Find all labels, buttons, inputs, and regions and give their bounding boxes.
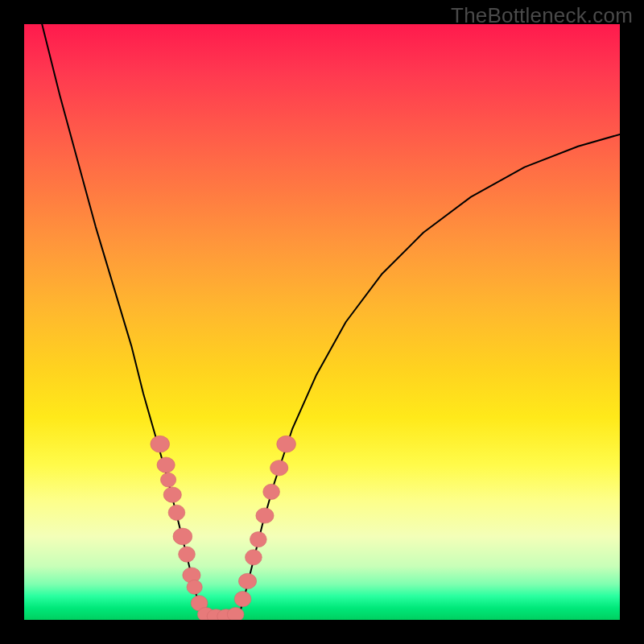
plot-area <box>24 24 620 620</box>
bead-marker <box>157 457 175 473</box>
line-layer <box>42 24 620 619</box>
chart-frame: TheBottleneck.com <box>0 0 644 644</box>
chart-svg <box>24 24 620 620</box>
bead-layer <box>151 436 296 620</box>
bead-marker <box>173 528 192 545</box>
bead-marker <box>270 460 288 476</box>
bead-marker <box>179 547 196 562</box>
bead-marker <box>238 573 256 588</box>
watermark-text: TheBottleneck.com <box>451 3 633 28</box>
bead-marker <box>234 591 251 606</box>
series-left-arm <box>42 24 203 617</box>
bead-marker <box>151 436 170 452</box>
bead-marker <box>250 531 266 547</box>
bead-marker <box>168 505 185 520</box>
bead-marker <box>263 484 280 499</box>
series-right-arm <box>238 134 620 617</box>
bead-marker <box>246 550 262 565</box>
bead-marker <box>163 487 181 502</box>
bead-marker <box>160 473 175 487</box>
bead-marker <box>227 607 244 620</box>
bead-marker <box>277 436 296 452</box>
bead-marker <box>256 508 274 523</box>
bead-marker <box>187 580 202 594</box>
